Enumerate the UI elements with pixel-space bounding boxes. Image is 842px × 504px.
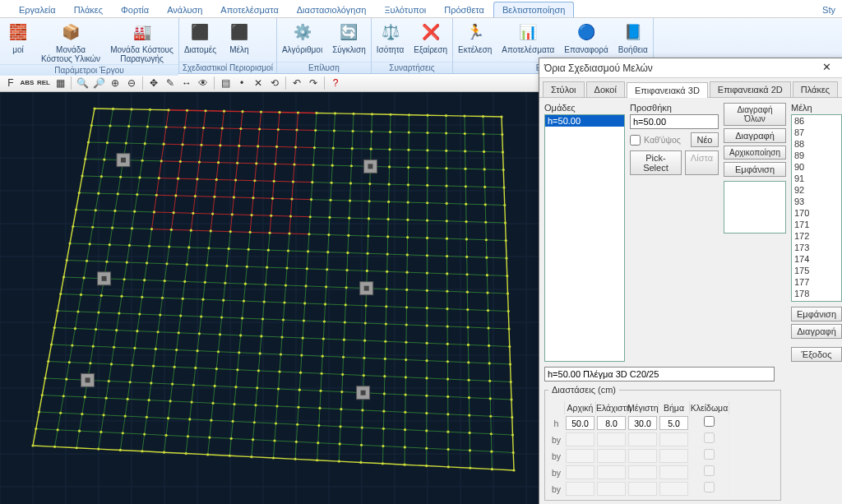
tool-rel-icon[interactable]: REL <box>36 76 51 90</box>
main-tab[interactable]: Φορτία <box>112 2 158 17</box>
tool-undo-icon[interactable]: ↶ <box>289 76 304 90</box>
dialog-tab[interactable]: Επιφανειακά 2D <box>710 81 791 97</box>
tool-zoom-extent-icon[interactable]: 🔎 <box>91 76 106 90</box>
dim-input[interactable] <box>597 416 626 430</box>
description-input[interactable] <box>544 367 775 381</box>
dim-lock-checkbox[interactable] <box>704 416 715 427</box>
dim-input[interactable] <box>659 416 688 430</box>
tool-zoom-in-icon[interactable]: ⊕ <box>108 76 123 90</box>
member-item[interactable]: 172 <box>792 230 841 242</box>
main-tab[interactable]: Πρόσθετα <box>435 2 493 17</box>
delete-all-button[interactable]: Διαγραφή Όλων <box>724 103 786 126</box>
member-item[interactable]: 171 <box>792 219 841 230</box>
member-item[interactable]: 174 <box>792 253 841 265</box>
tool-redo-icon[interactable]: ↷ <box>306 76 321 90</box>
main-tab[interactable]: Πλάκες <box>65 2 112 17</box>
tool-zoom-out-icon[interactable]: ⊖ <box>124 76 139 90</box>
groups-listbox[interactable]: h=50.00 <box>544 114 625 362</box>
member-item[interactable]: 177 <box>792 276 841 288</box>
show-button[interactable]: Εμφάνιση <box>724 162 786 177</box>
dialog-tab[interactable]: Επιφανειακά 3D <box>627 82 708 98</box>
delete2-button[interactable]: Διαγραφή <box>791 324 842 339</box>
dialog-tab[interactable]: Πλάκες <box>793 81 838 97</box>
main-tab[interactable]: Ξυλότυποι <box>375 2 435 17</box>
ribbon-button[interactable]: ❌Εξαίρεση <box>409 18 452 62</box>
ribbon-button[interactable]: ⬛Διατομές <box>179 18 221 62</box>
dialog-titlebar[interactable]: Όρια Σχεδιασμού Μελών ✕ <box>539 58 842 78</box>
members-listbox[interactable]: 8687888990919293170171172173174175177178… <box>791 114 842 302</box>
tool-node-icon[interactable]: • <box>234 76 249 90</box>
main-tab[interactable]: Διαστασιολόγηση <box>288 2 376 17</box>
member-item[interactable]: 87 <box>792 127 841 138</box>
tool-dim-icon[interactable]: ↔ <box>179 76 194 90</box>
tool-pencil-icon[interactable]: ✎ <box>163 76 178 90</box>
tool-eye-icon[interactable]: 👁 <box>196 76 210 90</box>
ribbon-button[interactable]: 📦Μονάδα Κόστους Υλικών <box>36 18 105 64</box>
main-tab[interactable]: Εργαλεία <box>10 2 65 17</box>
close-icon[interactable]: ✕ <box>816 61 837 76</box>
tool-layer-icon[interactable]: ▤ <box>218 76 233 90</box>
reset-button[interactable]: Αρχικοποίηση <box>724 146 786 160</box>
dim-input[interactable] <box>566 416 594 430</box>
ribbon-button[interactable]: 📊Αποτελέσματα <box>497 18 559 62</box>
member-item[interactable]: 86 <box>792 115 841 127</box>
svg-line-518 <box>39 395 43 413</box>
ribbon-button[interactable]: 🧱μοί <box>0 18 36 64</box>
preview-listbox[interactable] <box>724 181 786 234</box>
ribbon-button[interactable]: 🏭Μονάδα Κόστους Παραγωγής <box>105 18 178 64</box>
member-item[interactable]: 170 <box>792 207 841 219</box>
member-item[interactable]: 178 <box>792 288 841 299</box>
tool-zoom-window-icon[interactable]: 🔍 <box>75 76 90 90</box>
member-item[interactable]: 91 <box>792 173 841 184</box>
svg-point-1121 <box>504 221 507 224</box>
ribbon-button[interactable]: ⚙️Αλγόριθμοι <box>277 18 327 62</box>
exit-button[interactable]: Έξοδος <box>791 347 842 362</box>
svg-point-979 <box>426 114 428 117</box>
member-item[interactable]: 179 <box>792 299 841 302</box>
member-item[interactable]: 173 <box>792 242 841 253</box>
ribbon-button[interactable]: 🏃Εκτέλεση <box>453 18 497 62</box>
uniform-checkbox[interactable] <box>630 135 641 146</box>
svg-line-693 <box>241 318 243 335</box>
ribbon-button[interactable]: 🔵Επαναφορά <box>559 18 613 62</box>
main-tab[interactable]: Βελτιστοποίηση <box>493 2 575 17</box>
show2-button[interactable]: Εμφάνιση <box>791 307 842 321</box>
list-button[interactable]: Λίστα <box>685 150 719 175</box>
svg-line-418 <box>149 400 170 401</box>
tool-grid-icon[interactable]: ▦ <box>53 76 67 90</box>
ribbon-button[interactable]: 🔄Σύγκλιση <box>327 18 371 62</box>
add-input[interactable] <box>630 114 719 129</box>
ribbon-button[interactable]: 📘Βοήθεια <box>613 18 653 62</box>
tool-cross-icon[interactable]: ✕ <box>251 76 266 90</box>
ribbon-button[interactable]: ⚖️Ισότητα <box>372 18 409 62</box>
tool-text-icon[interactable]: F <box>3 76 18 90</box>
member-item[interactable]: 90 <box>792 161 841 173</box>
svg-line-657 <box>192 385 193 402</box>
member-item[interactable]: 88 <box>792 138 841 150</box>
dialog-tab[interactable]: Στύλοι <box>543 81 585 97</box>
member-item[interactable]: 92 <box>792 184 841 196</box>
ribbon-button[interactable]: ⬛Μέλη <box>221 18 257 62</box>
member-item[interactable]: 175 <box>792 265 841 276</box>
tool-pan-icon[interactable]: ✥ <box>146 76 161 90</box>
svg-point-1312 <box>173 366 176 368</box>
main-tab[interactable]: Ανάλυση <box>158 2 211 17</box>
svg-line-474 <box>405 447 426 448</box>
new-button[interactable]: Νέο <box>691 132 719 147</box>
member-item[interactable]: 93 <box>792 196 841 207</box>
main-tab[interactable]: Αποτελέσματα <box>211 2 287 17</box>
tool-abs-icon[interactable]: ABS <box>20 76 35 90</box>
svg-line-163 <box>350 201 370 201</box>
member-item[interactable]: 89 <box>792 150 841 161</box>
svg-point-1145 <box>68 242 71 244</box>
dialog-tab[interactable]: Δοκοί <box>586 81 625 97</box>
style-link[interactable]: Sty <box>816 2 842 17</box>
group-item[interactable]: h=50.00 <box>545 115 624 127</box>
svg-line-752 <box>303 303 304 321</box>
tool-reset-icon[interactable]: ⟲ <box>267 76 282 90</box>
dim-input[interactable] <box>628 416 657 430</box>
delete-button[interactable]: Διαγραφή <box>724 128 786 143</box>
svg-line-465 <box>210 437 231 438</box>
tool-help-icon[interactable]: ? <box>328 76 343 90</box>
pick-select-button[interactable]: Pick-Select <box>630 150 682 175</box>
